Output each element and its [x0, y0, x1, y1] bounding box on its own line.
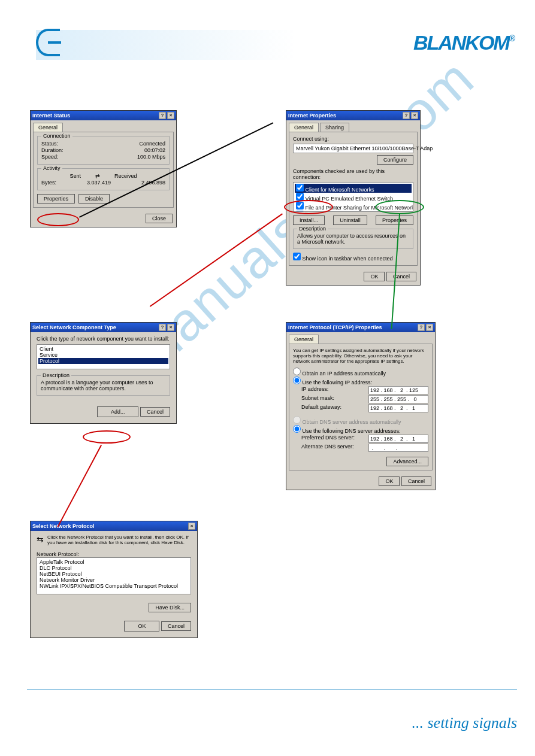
network-icon: ⇆	[37, 535, 44, 545]
help-icon[interactable]: ?	[418, 324, 425, 331]
received-label: Received	[114, 173, 137, 179]
mask-label: Subnet mask:	[301, 395, 334, 403]
brand-tm: ®	[509, 34, 514, 43]
brand-text: BLANKOM	[413, 31, 509, 54]
title: Internet Properties	[288, 113, 336, 119]
titlebar: Internet Protocol (TCP/IP) Properties ? …	[286, 323, 435, 332]
close-icon[interactable]: ×	[426, 324, 433, 331]
alt-dns-label: Alternate DNS server:	[301, 444, 354, 452]
close-icon[interactable]: ×	[188, 523, 195, 530]
tab-general[interactable]: General	[33, 123, 63, 132]
ip-auto-radio[interactable]	[293, 368, 301, 375]
intro-text: You can get IP settings assigned automat…	[293, 348, 428, 364]
properties-button[interactable]: Properties	[376, 215, 413, 225]
sent-label: Sent	[69, 173, 81, 179]
titlebar: Select Network Component Type ? ×	[31, 323, 176, 332]
help-icon[interactable]: ?	[159, 112, 166, 119]
connect-using-label: Connect using:	[293, 136, 413, 142]
description-text: A protocol is a language your computer u…	[41, 379, 166, 391]
prompt: Click the Network Protocol that you want…	[47, 535, 191, 545]
bytes-label: Bytes:	[41, 180, 56, 186]
component-item[interactable]: File and Printer Sharing for Microsoft N…	[306, 205, 413, 211]
adapter-item[interactable]: Marvell Yukon Gigabit Ethernet 10/100/10…	[295, 145, 412, 151]
prompt: Click the type of network component you …	[37, 336, 170, 342]
show-icon-label: Show icon in taskbar when connected	[303, 256, 393, 262]
cancel-button[interactable]: Cancel	[161, 621, 191, 631]
ip-manual-radio[interactable]	[293, 377, 301, 384]
annotation-oval-add	[83, 430, 131, 444]
speed-label: Speed:	[41, 154, 59, 160]
help-icon[interactable]: ?	[403, 112, 410, 119]
ok-button[interactable]: OK	[124, 621, 159, 631]
disable-button[interactable]: Disable	[78, 194, 110, 204]
close-icon[interactable]: ×	[411, 112, 418, 119]
titlebar: Internet Status ? ×	[31, 111, 176, 120]
dns-auto-radio	[293, 416, 301, 424]
title: Select Network Component Type	[32, 324, 116, 330]
dns-manual-label: Use the following DNS server addresses:	[303, 428, 401, 434]
show-icon-checkbox[interactable]	[293, 253, 301, 260]
gw-field[interactable]	[368, 404, 428, 412]
internet-properties-dialog: Internet Properties ? × General Sharing …	[286, 110, 421, 286]
list-item[interactable]: NetBEUI Protocol	[38, 571, 189, 577]
install-button[interactable]: Install...	[293, 215, 325, 225]
list-item[interactable]: AppleTalk Protocol	[38, 559, 189, 565]
bytes-recv: 2.496.898	[141, 180, 165, 186]
ip-auto-label: Obtain an IP address automatically	[303, 371, 386, 377]
list-item[interactable]: Network Monitor Driver	[38, 577, 189, 583]
arrow-red-2	[57, 445, 102, 527]
tagline: ... setting signals	[412, 714, 517, 732]
speed-value: 100.0 Mbps	[137, 154, 165, 160]
ok-button[interactable]: OK	[379, 476, 400, 486]
advanced-button[interactable]: Advanced...	[386, 457, 428, 466]
tab-general[interactable]: General	[289, 123, 319, 132]
dns-manual-radio[interactable]	[293, 425, 301, 433]
cancel-button[interactable]: Cancel	[386, 272, 416, 281]
tcpip-properties-dialog: Internet Protocol (TCP/IP) Properties ? …	[286, 322, 436, 490]
list-label: Network Protocol:	[37, 551, 191, 557]
have-disk-button[interactable]: Have Disk...	[149, 603, 191, 612]
cancel-button[interactable]: Cancel	[140, 407, 170, 417]
pref-dns-field[interactable]	[368, 435, 428, 443]
help-icon[interactable]: ?	[159, 324, 166, 331]
duration-label: Duration:	[41, 147, 64, 153]
close-icon[interactable]: ×	[167, 112, 174, 119]
uninstall-button[interactable]: Uninstall	[333, 215, 367, 225]
tab-sharing[interactable]: Sharing	[320, 123, 349, 132]
description-label: Description	[41, 372, 71, 378]
gw-label: Default gateway:	[301, 404, 341, 412]
component-checkbox[interactable]	[296, 211, 304, 212]
ip-field[interactable]	[368, 386, 428, 394]
list-item[interactable]: Service	[38, 352, 168, 358]
close-button[interactable]: Close	[146, 214, 173, 223]
component-checkbox[interactable]	[296, 193, 304, 201]
close-icon[interactable]: ×	[167, 324, 174, 331]
cancel-button[interactable]: Cancel	[401, 476, 431, 486]
brand-logo: BLANKOM®	[413, 31, 514, 54]
component-checkbox[interactable]	[296, 184, 304, 192]
tab-general[interactable]: General	[289, 335, 319, 344]
properties-button[interactable]: Properties	[37, 194, 75, 204]
list-item[interactable]: Client	[38, 346, 168, 352]
internet-status-dialog: Internet Status ? × General Connection S…	[30, 110, 177, 227]
activity-group-label: Activity	[41, 165, 62, 171]
mask-field[interactable]	[368, 395, 428, 403]
duration-value: 00:07:02	[144, 147, 165, 153]
bytes-sent: 3.037.419	[87, 180, 111, 186]
component-item[interactable]: Client for Microsoft Networks	[306, 187, 374, 193]
title: Internet Protocol (TCP/IP) Properties	[288, 324, 382, 330]
list-item[interactable]: DLC Protocol	[38, 565, 189, 571]
description-text: Allows your computer to access resources…	[297, 233, 409, 245]
add-button[interactable]: Add...	[97, 406, 139, 417]
ok-button[interactable]: OK	[364, 272, 385, 281]
component-checkbox[interactable]	[296, 202, 304, 210]
dns-auto-label: Obtain DNS server address automatically	[303, 419, 401, 425]
alt-dns-field[interactable]	[368, 444, 428, 452]
components-text: Components checked are used by this conn…	[293, 168, 413, 180]
connection-group-label: Connection	[41, 133, 72, 139]
component-item[interactable]: Virtual PC Emulated Ethernet Switch	[306, 196, 393, 202]
list-item[interactable]: NWLink IPX/SPX/NetBIOS Compatible Transp…	[38, 583, 189, 589]
configure-button[interactable]: Configure	[377, 155, 413, 165]
list-item[interactable]: Protocol	[38, 358, 168, 364]
ip-manual-label: Use the following IP address:	[303, 379, 372, 385]
